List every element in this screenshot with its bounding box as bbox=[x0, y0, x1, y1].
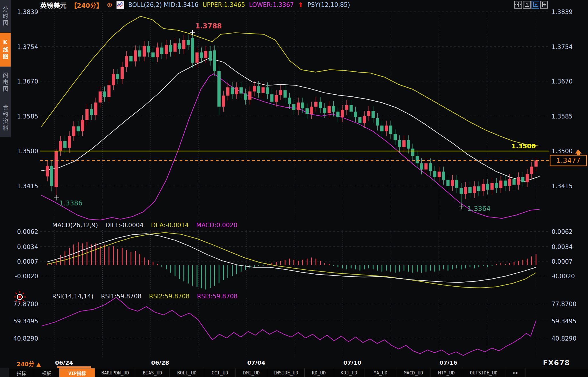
tab-ma-ud[interactable]: MA_UD bbox=[365, 368, 396, 377]
svg-text:0.0034: 0.0034 bbox=[17, 244, 38, 250]
chart-canvas[interactable]: 1.35001.34771.37881.33861.33641.38391.38… bbox=[0, 0, 588, 377]
tab-indicator[interactable]: 指标 bbox=[9, 368, 34, 377]
svg-text:0.0062: 0.0062 bbox=[552, 228, 573, 235]
indicator-tabbar: 指标 模板 VIP指标 BARUPDN_UD BIAS_UD BOLL_UD C… bbox=[0, 368, 588, 377]
svg-text:1.3500: 1.3500 bbox=[552, 148, 573, 155]
svg-text:1.3477: 1.3477 bbox=[556, 157, 581, 165]
rsi-header: RSI(14,14,14) RSI1:59.8708 RSI2:59.8708 … bbox=[52, 293, 237, 300]
pan-tool-button[interactable] bbox=[514, 1, 522, 9]
svg-text:06/24: 06/24 bbox=[55, 359, 73, 366]
svg-text:1.3670: 1.3670 bbox=[17, 78, 38, 85]
svg-text:0.0062: 0.0062 bbox=[17, 228, 38, 235]
macd-diff-value: DIFF:-0.0004 bbox=[106, 222, 144, 229]
tab-kd-ud[interactable]: KD_UD bbox=[305, 368, 333, 377]
tab-kdj-ud[interactable]: KDJ_UD bbox=[333, 368, 365, 377]
scrollbar-thumb[interactable] bbox=[57, 366, 91, 368]
chart-toolbar bbox=[514, 1, 548, 9]
sidebar-item-label: K线图 bbox=[1, 39, 9, 61]
tab-template[interactable]: 模板 bbox=[34, 368, 59, 377]
trading-app: 1.35001.34771.37881.33861.33641.38391.38… bbox=[0, 0, 588, 377]
svg-text:1.3415: 1.3415 bbox=[17, 183, 38, 190]
macd-dea-value: DEA:-0.0014 bbox=[151, 222, 189, 229]
svg-text:77.8700: 77.8700 bbox=[552, 301, 577, 308]
svg-text:1.3500: 1.3500 bbox=[511, 143, 536, 150]
svg-text:1.3500: 1.3500 bbox=[17, 148, 38, 155]
svg-text:1.3670: 1.3670 bbox=[552, 78, 573, 85]
sidebar-item-time-chart[interactable]: 分时图 bbox=[0, 2, 11, 31]
svg-text:40.8290: 40.8290 bbox=[552, 335, 577, 342]
period-label[interactable]: 【240分】 bbox=[71, 0, 103, 9]
axis-scale-button[interactable] bbox=[523, 1, 531, 9]
svg-text:07/10: 07/10 bbox=[343, 359, 361, 366]
sidebar-item-flash-chart[interactable]: 闪电图 bbox=[0, 68, 11, 97]
svg-text:1.3839: 1.3839 bbox=[552, 9, 573, 15]
svg-text:59.3495: 59.3495 bbox=[552, 318, 577, 325]
svg-text:1.3585: 1.3585 bbox=[552, 113, 573, 120]
svg-text:07/16: 07/16 bbox=[439, 359, 457, 366]
svg-text:1.3754: 1.3754 bbox=[552, 44, 573, 50]
alert-sun-icon bbox=[13, 290, 26, 305]
boll-upper-label: UPPER:1.3465 bbox=[203, 1, 245, 8]
sidebar-item-label: 闪电图 bbox=[1, 72, 9, 93]
macd-name-label: MACD(26,12,9) bbox=[52, 222, 98, 229]
tab-boll-ud[interactable]: BOLL_UD bbox=[170, 368, 204, 377]
up-arrow-icon: ⬆ bbox=[298, 1, 303, 9]
symbol-name: 英镑美元 bbox=[40, 0, 67, 10]
tab-vip-indicator[interactable]: VIP指标 bbox=[59, 368, 95, 377]
rsi2-value: RSI2:59.8708 bbox=[149, 293, 189, 300]
kline-icon bbox=[116, 1, 124, 9]
rsi3-value: RSI3:59.8708 bbox=[197, 293, 237, 300]
goto-latest-button[interactable] bbox=[540, 1, 548, 9]
svg-text:1.3415: 1.3415 bbox=[552, 183, 573, 190]
tab-outside-ud[interactable]: OUTSIDE_UD bbox=[462, 368, 505, 377]
svg-text:-0.0020: -0.0020 bbox=[15, 273, 38, 280]
sidebar-item-label: 分时图 bbox=[1, 6, 9, 27]
tab-inside-ud[interactable]: INSIDE_UD bbox=[267, 368, 305, 377]
tab-cci-ud[interactable]: CCI_UD bbox=[204, 368, 236, 377]
macd-macd-value: MACD:0.0020 bbox=[196, 222, 237, 229]
tabbar-corner bbox=[0, 368, 9, 377]
period-selector[interactable]: 240分 ▲ bbox=[17, 359, 41, 368]
svg-text:40.8290: 40.8290 bbox=[13, 335, 38, 342]
tab-dmi-ud[interactable]: DMI_UD bbox=[236, 368, 267, 377]
sidebar-item-kline-chart[interactable]: K线图 bbox=[0, 33, 11, 67]
boll-indicator-label: BOLL(26,2) MID:1.3416 bbox=[128, 1, 198, 8]
psy-indicator-label: PSY(12,10,85) bbox=[307, 1, 350, 8]
expand-icon[interactable]: ⊕ bbox=[107, 1, 112, 8]
svg-text:59.3495: 59.3495 bbox=[13, 318, 38, 325]
boll-lower-label: LOWER:1.3367 bbox=[249, 1, 294, 8]
tab-mtm-ud[interactable]: MTM_UD bbox=[431, 368, 462, 377]
sidebar-item-contract-info[interactable]: 合约资料 bbox=[0, 99, 11, 137]
svg-text:0.0007: 0.0007 bbox=[552, 258, 573, 265]
tab-macd-ud[interactable]: MACD_UD bbox=[396, 368, 431, 377]
macd-header: MACD(26,12,9) DIFF:-0.0004 DEA:-0.0014 M… bbox=[52, 222, 237, 229]
header: 英镑美元 【240分】 ⊕ BOLL(26,2) MID:1.3416 UPPE… bbox=[40, 1, 350, 9]
svg-text:1.3585: 1.3585 bbox=[17, 113, 38, 120]
svg-text:1.3788: 1.3788 bbox=[195, 22, 222, 30]
tab-bias-ud[interactable]: BIAS_UD bbox=[135, 368, 170, 377]
watermark: FX678 bbox=[543, 359, 570, 367]
svg-text:1.3386: 1.3386 bbox=[59, 199, 82, 207]
svg-text:06/28: 06/28 bbox=[151, 359, 169, 366]
rsi1-value: RSI1:59.8708 bbox=[101, 293, 141, 300]
svg-text:1.3364: 1.3364 bbox=[468, 205, 490, 212]
svg-text:0.0034: 0.0034 bbox=[552, 244, 573, 250]
svg-text:07/04: 07/04 bbox=[247, 359, 265, 366]
tab-barupdn-ud[interactable]: BARUPDN_UD bbox=[95, 368, 135, 377]
svg-text:-0.0020: -0.0020 bbox=[552, 273, 575, 280]
tab-more[interactable]: >> bbox=[505, 368, 525, 377]
svg-text:1.3839: 1.3839 bbox=[17, 9, 38, 15]
sidebar: 分时图 K线图 闪电图 合约资料 bbox=[0, 0, 11, 137]
svg-text:1.3754: 1.3754 bbox=[17, 44, 38, 50]
rsi-name-label: RSI(14,14,14) bbox=[52, 293, 94, 300]
svg-text:0.0007: 0.0007 bbox=[17, 258, 38, 265]
sidebar-item-label: 合约资料 bbox=[1, 104, 9, 132]
play-forward-button[interactable] bbox=[531, 1, 539, 9]
